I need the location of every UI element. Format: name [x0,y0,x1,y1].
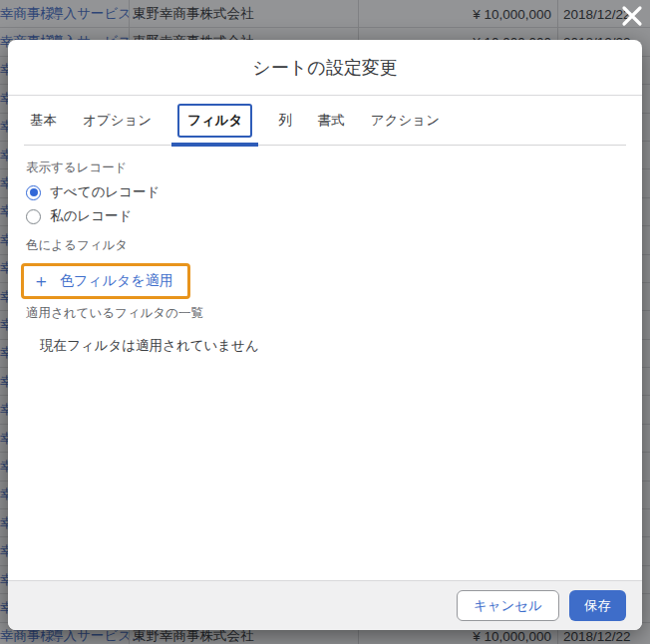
radio-all-records[interactable]: すべてのレコード [26,183,626,201]
save-button[interactable]: 保存 [569,590,626,621]
plus-icon: ＋ [32,274,50,288]
radio-mine-label: 私のレコード [50,207,132,225]
close-icon[interactable] [619,3,645,29]
tab-columns[interactable]: 列 [278,104,292,138]
no-filters-message: 現在フィルタは適用されていません [40,337,626,355]
apply-color-filter-label: 色フィルタを適用 [60,272,173,290]
radio-unselected-icon[interactable] [26,209,41,224]
tab-bar: 基本 オプション フィルタ 列 書式 アクション [24,96,626,146]
tab-format[interactable]: 書式 [318,104,345,138]
dialog-title: シートの設定変更 [252,56,397,80]
dialog-header: シートの設定変更 [8,40,642,96]
radio-my-records[interactable]: 私のレコード [26,207,626,225]
apply-color-filter-button[interactable]: ＋ 色フィルタを適用 [21,263,190,299]
radio-selected-icon[interactable] [26,185,41,200]
tab-actions[interactable]: アクション [371,104,440,138]
color-filter-label: 色によるフィルタ [26,237,626,254]
radio-all-label: すべてのレコード [50,183,160,201]
sheet-settings-dialog: シートの設定変更 基本 オプション フィルタ 列 書式 アクション 表示するレコ… [8,40,642,630]
tab-basic[interactable]: 基本 [30,104,57,138]
tab-options[interactable]: オプション [83,104,152,138]
records-label: 表示するレコード [26,160,626,176]
tab-filter[interactable]: フィルタ [177,104,252,138]
dialog-footer: キャンセル 保存 [8,580,642,630]
applied-filters-label: 適用されているフィルタの一覧 [26,305,626,322]
filter-panel: 表示するレコード すべてのレコード 私のレコード 色によるフィルタ ＋ 色フィル… [8,146,642,580]
cancel-button[interactable]: キャンセル [457,590,559,621]
